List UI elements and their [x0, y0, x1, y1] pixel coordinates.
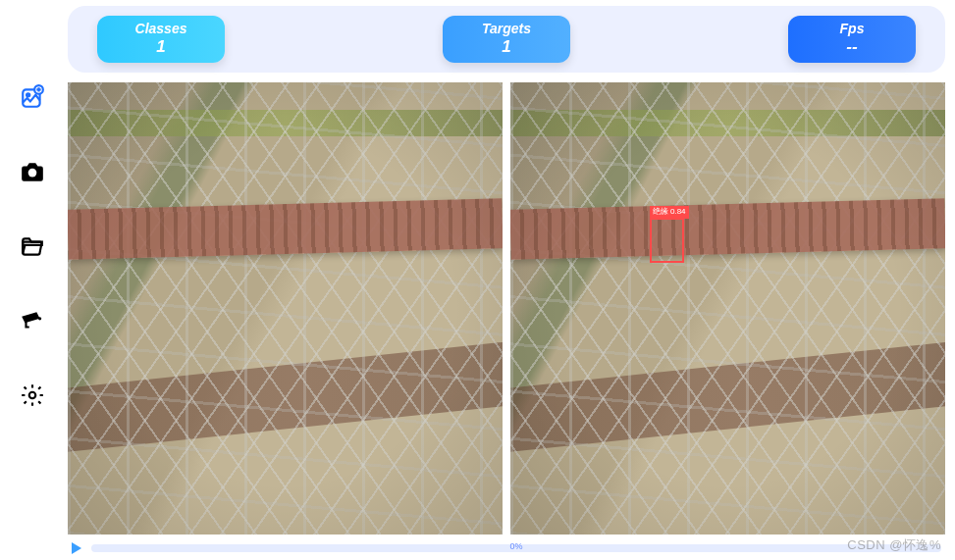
stat-label: Targets	[482, 21, 531, 37]
add-image-icon[interactable]	[19, 83, 46, 111]
play-button[interactable]	[72, 542, 81, 554]
scene-visual	[510, 82, 945, 535]
scene-visual	[68, 82, 503, 535]
svg-point-3	[27, 169, 36, 178]
detection-label: 绝缘 0.84	[650, 206, 689, 218]
stat-value: 1	[502, 37, 510, 57]
progress-percent: 0%	[509, 541, 522, 551]
detection-image-panel: 绝缘 0.84	[510, 82, 945, 535]
main-content: Classes 1 Targets 1 Fps --	[64, 0, 955, 560]
gear-icon[interactable]	[19, 382, 46, 409]
stat-label: Fps	[840, 21, 865, 37]
folder-icon[interactable]	[19, 232, 46, 260]
svg-point-5	[28, 392, 35, 399]
camera-icon[interactable]	[19, 158, 46, 185]
sidebar	[0, 0, 64, 560]
stat-value: 1	[156, 37, 165, 57]
playback-bar: 0%	[64, 535, 949, 560]
detection-bounding-box: 绝缘 0.84	[650, 218, 684, 263]
original-image-panel	[68, 82, 503, 535]
svg-point-1	[27, 93, 29, 96]
svg-point-4	[37, 317, 40, 320]
stat-card-fps: Fps --	[788, 16, 916, 63]
image-comparison-area: 绝缘 0.84	[64, 82, 949, 535]
stat-card-targets: Targets 1	[443, 16, 570, 63]
stats-bar: Classes 1 Targets 1 Fps --	[68, 6, 945, 73]
progress-slider[interactable]: 0%	[91, 544, 941, 552]
cctv-icon[interactable]	[19, 307, 46, 334]
stat-card-classes: Classes 1	[97, 16, 225, 63]
stat-label: Classes	[135, 21, 187, 37]
stat-value: --	[846, 37, 857, 57]
